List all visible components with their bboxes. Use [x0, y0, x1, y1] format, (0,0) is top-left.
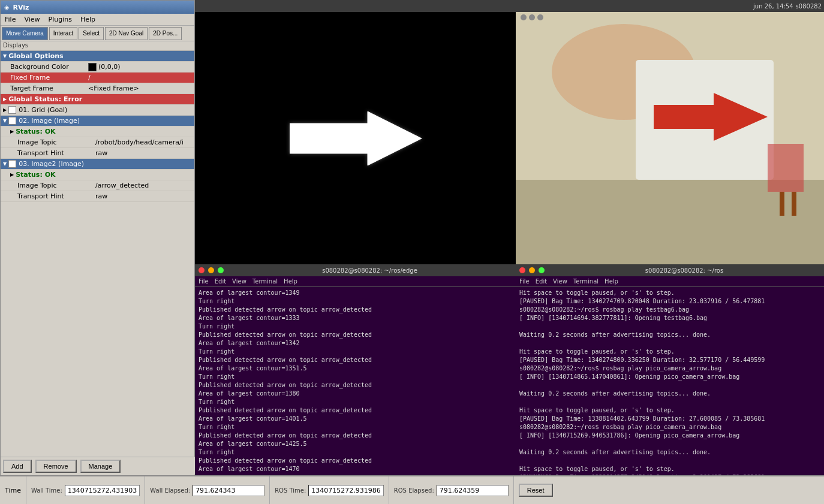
rviz-menubar: File View Plugins Help: [1, 14, 194, 26]
terminal-2-line: [PAUSED] Bag Time: 1340274800.336250 Dur…: [519, 356, 820, 364]
terminal-2-menubar: File Edit View Terminal Help: [516, 276, 824, 287]
terminal-2-line: Hit space to toggle paused, or 's' to st…: [519, 406, 820, 415]
terminal-2: s080282@s080282: ~/ros File Edit View Te…: [516, 264, 824, 475]
display-02-transport-row[interactable]: Transport Hint raw: [1, 148, 194, 159]
terminal-2-line: [519, 322, 820, 331]
global-status-header[interactable]: ▶ Global Status: Error: [1, 94, 194, 105]
display-02-checkbox[interactable]: [8, 117, 16, 125]
expand-icon: ▼: [3, 118, 7, 123]
terminal-2-line: [519, 457, 820, 465]
display-01-checkbox[interactable]: [8, 106, 16, 114]
time-label: Time: [5, 487, 21, 494]
add-button[interactable]: Add: [3, 460, 32, 473]
terminal-1-line: Published detected arrow on topic arrow_…: [199, 406, 512, 415]
menu-plugins[interactable]: Plugins: [47, 15, 74, 24]
wall-time-section: Wall Time: 1340715272,431903: [26, 476, 145, 504]
term1-dot-min[interactable]: [208, 267, 214, 273]
svg-rect-7: [768, 144, 804, 192]
term1-menu-edit[interactable]: Edit: [215, 278, 226, 285]
terminal-2-titlebar: s080282@s080282: ~/ros: [516, 264, 824, 276]
toolbar-2d-pose[interactable]: 2D Pos...: [149, 27, 182, 40]
wall-elapsed-value: 791,624343: [193, 485, 264, 496]
term1-menu-terminal[interactable]: Terminal: [252, 278, 278, 285]
terminal-1-line: Turn right: [199, 423, 512, 431]
wall-elapsed-label: Wall Elapsed:: [150, 487, 190, 494]
terminal-2-line: Waiting 0.2 seconds after advertising to…: [519, 331, 820, 339]
toolbar-interact[interactable]: Interact: [49, 27, 77, 40]
term1-menu-file[interactable]: File: [199, 278, 209, 285]
display-03-checkbox[interactable]: [8, 160, 16, 168]
menu-view[interactable]: View: [22, 15, 41, 24]
terminal-1-content: Area of largest contour=1349Turn rightPu…: [195, 287, 516, 475]
terminal-2-line: [PAUSED] Bag Time: 1340274709.820048 Dur…: [519, 297, 820, 306]
terminal-1-line: Published detected arrow on topic arrow_…: [199, 356, 512, 364]
rviz-titlebar: ◈ RViz: [1, 1, 194, 14]
terminal-1-line: Area of largest contour=1351.5: [199, 364, 512, 373]
terminal-1-title: s080282@s080282: ~/ros/edge: [227, 267, 512, 274]
background-color-row[interactable]: Background Color (0,0,0): [1, 62, 194, 73]
menu-file[interactable]: File: [3, 15, 17, 24]
camera-bg-svg: [516, 12, 824, 264]
display-03-transport-row[interactable]: Transport Hint raw: [1, 191, 194, 202]
display-03-status: ▶ Status: OK: [1, 170, 194, 180]
term2-dot-max[interactable]: [539, 267, 545, 273]
terminal-1-line: Published detected arrow on topic arrow_…: [199, 431, 512, 440]
term1-dot-max[interactable]: [218, 267, 224, 273]
toolbar-2d-nav[interactable]: 2D Nav Goal: [105, 27, 148, 40]
terminal-2-line: [519, 339, 820, 348]
term1-menu-help[interactable]: Help: [284, 278, 297, 285]
terminal-1-line: Published detected arrow on topic arrow_…: [199, 381, 512, 390]
ros-elapsed-label: ROS Elapsed:: [394, 487, 434, 494]
expand-icon: ▶: [10, 172, 14, 177]
terminal-1-line: Turn right: [199, 373, 512, 381]
term2-menu-file[interactable]: File: [519, 278, 530, 285]
term2-menu-help[interactable]: Help: [605, 278, 618, 285]
expand-icon: ▶: [10, 129, 14, 134]
expand-icon: ▶: [3, 96, 7, 102]
terminal-1-line: Area of largest contour=1401.5: [199, 415, 512, 423]
toolbar-move-camera[interactable]: Move Camera: [2, 27, 48, 40]
terminal-2-line: Waiting 0.2 seconds after advertising to…: [519, 390, 820, 398]
cam-dot-green: [537, 14, 543, 20]
display-01-row[interactable]: ▶ 01. Grid (Goal): [1, 105, 194, 116]
term2-menu-terminal[interactable]: Terminal: [573, 278, 599, 285]
arrow-visualization: [195, 12, 516, 264]
manage-button[interactable]: Manage: [80, 460, 121, 473]
terminal-2-title: s080282@s080282: ~/ros: [548, 267, 820, 274]
rviz-icon: ◈: [4, 4, 9, 11]
expand-icon: ▼: [3, 161, 7, 167]
term2-menu-edit[interactable]: Edit: [536, 278, 547, 285]
menu-help[interactable]: Help: [79, 15, 97, 24]
terminal-1-menubar: File Edit View Terminal Help: [195, 276, 516, 287]
terminal-2-line: [ INFO] [1340715269.940531786]: Opening …: [519, 431, 820, 440]
display-03-header[interactable]: ▼ 03. Image2 (Image): [1, 159, 194, 170]
terminal-2-line: [519, 398, 820, 406]
target-frame-row[interactable]: Target Frame <Fixed Frame>: [1, 83, 194, 94]
time-bar: Time Wall Time: 1340715272,431903 Wall E…: [0, 475, 824, 504]
terminal-1-line: Area of largest contour=1380: [199, 390, 512, 398]
wall-time-label: Wall Time:: [31, 487, 62, 494]
toolbar-select[interactable]: Select: [79, 27, 104, 40]
remove-button[interactable]: Remove: [35, 460, 77, 473]
term1-menu-view[interactable]: View: [232, 278, 246, 285]
terminal-2-line: [ INFO] [1340714694.382777811]: Opening …: [519, 314, 820, 322]
display-02-header[interactable]: ▼ 02. Image (Image): [1, 116, 194, 126]
terminal-2-line: [519, 440, 820, 448]
display-03-image-topic-row[interactable]: Image Topic /arrow_detected: [1, 180, 194, 191]
global-options-header[interactable]: ▼ Global Options: [1, 51, 194, 62]
reset-button[interactable]: Reset: [519, 484, 553, 497]
main-rviz-view: [195, 12, 516, 264]
ros-time-label: ROS Time:: [275, 487, 306, 494]
display-02-image-topic-row[interactable]: Image Topic /robot/body/head/camera/i: [1, 137, 194, 148]
term2-menu-view[interactable]: View: [553, 278, 567, 285]
ros-time-value: 1340715272,931986: [308, 485, 383, 496]
terminal-1-line: Turn right: [199, 322, 512, 331]
fixed-frame-row[interactable]: Fixed Frame /: [1, 73, 194, 83]
rviz-title: RViz: [13, 4, 29, 11]
term2-dot-min[interactable]: [529, 267, 535, 273]
sys-user: s080282: [796, 3, 822, 10]
term2-dot-close[interactable]: [519, 267, 525, 273]
term1-dot-close[interactable]: [199, 267, 205, 273]
displays-buttons: Add Remove Manage: [1, 457, 196, 475]
camera-view: [516, 12, 824, 264]
